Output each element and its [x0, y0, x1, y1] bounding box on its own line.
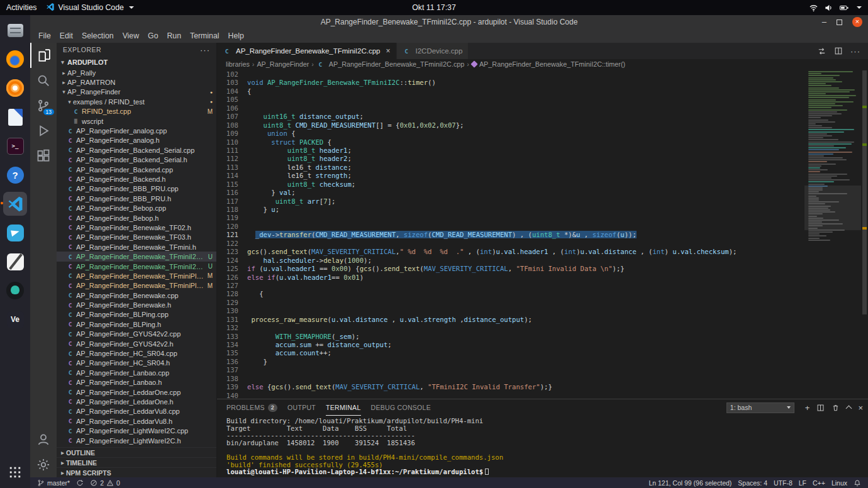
close-button[interactable]: × [852, 17, 862, 27]
chat-app-icon[interactable] [3, 221, 27, 245]
tree-file-row[interactable]: CAP_RangeFinder_Backend_Serial.h [57, 155, 216, 165]
tree-file-row[interactable]: CAP_RangeFinder_BBB_PRU.h [57, 194, 216, 203]
explorer-icon[interactable] [30, 43, 57, 68]
panel-tab-debug-console[interactable]: DEBUG CONSOLE [371, 399, 431, 416]
cursor-position-status[interactable]: Ln 121, Col 99 (96 selected) [645, 479, 735, 487]
libreoffice-icon[interactable] [3, 105, 27, 129]
close-icon[interactable]: × [386, 47, 390, 55]
tree-file-row[interactable]: CAP_RangeFinder_Benewake_TF02.h [57, 223, 216, 232]
files-icon[interactable] [3, 18, 27, 42]
help-icon[interactable]: ? [3, 163, 27, 187]
text-editor-icon[interactable] [3, 250, 27, 274]
tree-file-row[interactable]: CAP_RangeFinder_analog.cpp [57, 126, 216, 135]
tree-file-row[interactable]: CAP_RangeFinder_Benewake_TFminiPlus.cppM [57, 271, 216, 280]
system-tray[interactable] [809, 4, 868, 12]
firefox-icon[interactable] [3, 47, 27, 71]
ve-app-icon[interactable]: Ve [3, 308, 27, 331]
section-outline[interactable]: ▸OUTLINE [57, 447, 216, 457]
breadcrumb-item[interactable]: AP_RangeFinder_Benewake_TFminiI2C::timer… [472, 60, 625, 68]
notifications-bell-icon[interactable] [850, 479, 864, 487]
close-panel-icon[interactable]: × [858, 404, 863, 412]
tree-file-row[interactable]: CRFIND_test.cppM [57, 107, 216, 116]
editor-tab[interactable]: CAP_RangeFinder_Benewake_TFminiI2C.cpp× [217, 43, 397, 59]
source-control-icon[interactable]: 13 [30, 93, 57, 118]
menu-go[interactable]: Go [143, 31, 162, 40]
maximize-button[interactable] [837, 19, 842, 25]
more-actions-icon[interactable]: ··· [200, 45, 210, 55]
breadcrumb-item[interactable]: AP_RangeFinder [257, 60, 309, 68]
vscode-dock-icon[interactable] [3, 192, 27, 216]
more-actions-icon[interactable]: ··· [850, 47, 860, 56]
terminal-shell-select[interactable]: 1: bash [726, 402, 794, 413]
tree-folder-row[interactable]: ▾AP_RangeFinder● [57, 87, 216, 97]
open-changes-icon[interactable] [817, 47, 826, 56]
panel-tab-output[interactable]: OUTPUT [287, 399, 316, 416]
section-timeline[interactable]: ▸TIMELINE [57, 457, 216, 467]
tree-folder-row[interactable]: ▸AP_Rally [57, 68, 216, 77]
activities-button[interactable]: Activities [6, 3, 37, 12]
tree-file-row[interactable]: CAP_RangeFinder_Benewake_TFminiI2C.cppU [57, 252, 216, 261]
tree-file-row[interactable]: CAP_RangeFinder_Bebop.h [57, 213, 216, 223]
tree-file-row[interactable]: CAP_RangeFinder_BLPing.h [57, 319, 216, 329]
rhythmbox-icon[interactable] [3, 76, 27, 100]
tree-file-row[interactable]: CAP_RangeFinder_Backend.cpp [57, 165, 216, 174]
tree-folder-row[interactable]: ▾examples / RFIND_test● [57, 97, 216, 106]
menu-run[interactable]: Run [162, 31, 186, 40]
scrollbar[interactable] [861, 69, 868, 399]
breadcrumb-item[interactable]: libraries [226, 60, 250, 68]
tree-file-row[interactable]: CAP_RangeFinder_analog.h [57, 136, 216, 145]
show-applications-button[interactable] [3, 460, 27, 484]
split-editor-icon[interactable] [834, 47, 843, 55]
menu-terminal[interactable]: Terminal [186, 31, 223, 40]
tree-file-row[interactable]: CAP_RangeFinder_BLPing.cpp [57, 310, 216, 319]
indentation-status[interactable]: Spaces: 4 [735, 479, 771, 487]
settings-gear-icon[interactable] [30, 452, 57, 477]
menu-selection[interactable]: Selection [77, 31, 118, 40]
tree-folder-row[interactable]: ▸AP_RAMTRON [57, 77, 216, 87]
extensions-icon[interactable] [30, 143, 57, 169]
minimap[interactable] [804, 69, 861, 399]
tree-file-row[interactable]: CAP_RangeFinder_Benewake_TFminiPlus.hM [57, 281, 216, 291]
tree-file-row[interactable]: CAP_RangeFinder_LeddarVu8.h [57, 416, 216, 426]
editor-tab[interactable]: CI2CDevice.cpp [397, 43, 469, 59]
tree-file-row[interactable]: CAP_RangeFinder_GYUS42v2.h [57, 339, 216, 348]
run-debug-icon[interactable] [30, 118, 57, 143]
tree-file-row[interactable]: CAP_RangeFinder_Bebop.cpp [57, 203, 216, 213]
tree-file-row[interactable]: CAP_RangeFinder_Backend_Serial.cpp [57, 145, 216, 155]
problems-status[interactable]: 2 0 [87, 477, 123, 488]
menu-view[interactable]: View [118, 31, 143, 40]
tree-file-row[interactable]: CAP_RangeFinder_LeddarOne.cpp [57, 387, 216, 397]
terminal-output[interactable]: Build directory: /home/louati/Praktikum/… [217, 416, 868, 477]
clock[interactable]: Okt 11 17:37 [412, 3, 456, 12]
menu-file[interactable]: File [34, 31, 55, 40]
breadcrumb-item[interactable]: CAP_RangeFinder_Benewake_TFminiI2C.cpp [316, 60, 464, 68]
maximize-panel-icon[interactable] [846, 406, 852, 412]
code-editor[interactable]: 102103void AP_RangeFinder_Benewake_TFmin… [217, 69, 804, 399]
tree-file-row[interactable]: CAP_RangeFinder_Benewake_TF03.h [57, 233, 216, 242]
tree-file-row[interactable]: CAP_RangeFinder_BBB_PRU.cpp [57, 184, 216, 194]
workspace-section[interactable]: ▾ ARDUPILOT [57, 57, 216, 68]
menu-help[interactable]: Help [224, 31, 248, 40]
section-npm-scripts[interactable]: ▸NPM SCRIPTS [57, 467, 216, 477]
gitkraken-icon[interactable] [3, 279, 27, 302]
os-indicator[interactable]: Linux [828, 479, 850, 487]
terminal-app-icon[interactable]: >_ [3, 134, 27, 158]
encoding-status[interactable]: UTF-8 [771, 479, 796, 487]
tree-file-row[interactable]: CAP_RangeFinder_Benewake.h [57, 300, 216, 309]
tree-file-row[interactable]: CAP_RangeFinder_LightWareI2C.h [57, 436, 216, 445]
accounts-icon[interactable] [30, 427, 57, 452]
tree-file-row[interactable]: CAP_RangeFinder_Benewake_TFmini.h [57, 242, 216, 252]
tree-file-row[interactable]: CAP_RangeFinder_Benewake_TFminiI2C.hU [57, 262, 216, 271]
kill-terminal-icon[interactable] [832, 404, 840, 412]
split-terminal-icon[interactable] [816, 404, 825, 412]
scm-branch-status[interactable]: master* [34, 477, 73, 488]
eol-status[interactable]: LF [796, 479, 810, 487]
tree-file-row[interactable]: CAP_RangeFinder_LeddarOne.h [57, 397, 216, 406]
app-menu[interactable]: Visual Studio Code [46, 3, 134, 13]
panel-tab-problems[interactable]: PROBLEMS2 [226, 399, 277, 416]
tree-file-row[interactable]: CAP_RangeFinder_HC_SR04.cpp [57, 348, 216, 358]
search-icon[interactable] [30, 68, 57, 93]
menu-edit[interactable]: Edit [55, 31, 77, 40]
language-mode-status[interactable]: C++ [810, 479, 828, 487]
tree-file-row[interactable]: CAP_RangeFinder_Lanbao.cpp [57, 368, 216, 377]
